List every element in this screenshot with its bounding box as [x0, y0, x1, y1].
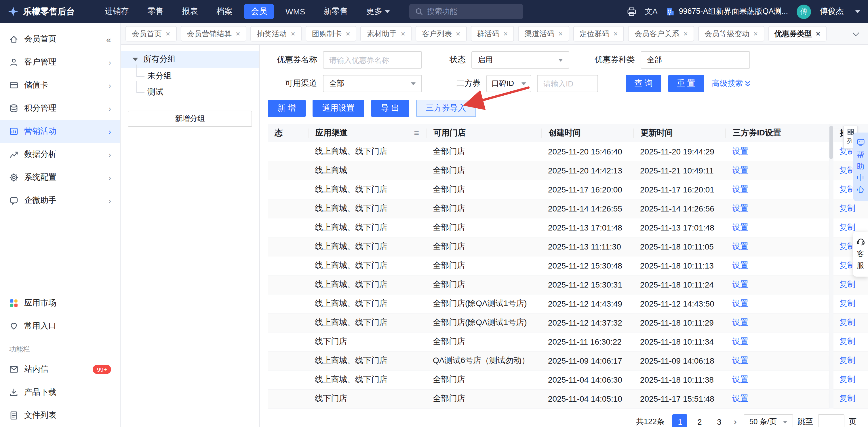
close-icon[interactable]: ×: [291, 30, 295, 37]
sidebar-item-member-home[interactable]: 会员首页 «: [0, 28, 120, 51]
set-link[interactable]: 设置: [732, 203, 748, 212]
sidebar-item-marketing[interactable]: 营销活动 ›: [0, 120, 120, 143]
column-header-updated[interactable]: 更新时间: [633, 128, 725, 137]
table-scrollbar-track[interactable]: [829, 124, 834, 408]
table-row[interactable]: 线上商城、线下门店 全部门店 2025-11-17 16:20:00 2025-…: [268, 180, 868, 199]
copy-link[interactable]: 复制: [839, 337, 855, 347]
table-row[interactable]: 线上商城 全部门店 2025-11-20 14:42:13 2025-11-21…: [268, 161, 868, 180]
page-tab[interactable]: 群活码 ×: [470, 26, 514, 41]
set-link[interactable]: 设置: [732, 394, 748, 403]
sidebar-item-points-mgmt[interactable]: 积分管理 ›: [0, 97, 120, 120]
third-party-id-field[interactable]: [544, 79, 592, 88]
table-row[interactable]: 线上商城、线下门店 全部门店 2025-11-12 15:30:31 2025-…: [268, 276, 868, 294]
table-row[interactable]: 线上商城、线下门店 全部门店 2025-11-12 15:30:48 2025-…: [268, 256, 868, 276]
table-scrollbar-thumb[interactable]: [830, 125, 833, 159]
set-link[interactable]: 设置: [732, 337, 748, 346]
close-icon[interactable]: ×: [401, 30, 405, 37]
table-row[interactable]: 线下门店 全部门店 2025-11-04 14:05:10 2025-11-17…: [268, 390, 868, 408]
sidebar-item-wecom-assistant[interactable]: 企微助手 ›: [0, 189, 120, 212]
page-tab[interactable]: 会员等级变动 ×: [698, 26, 764, 41]
table-row[interactable]: 线上商城、线下门店 QA测试6号店（测试勿动） 2025-11-09 14:06…: [268, 351, 868, 371]
page-tab[interactable]: 优惠券类型 ×: [768, 26, 827, 41]
help-center-tab[interactable]: 帮助中心: [853, 133, 868, 201]
table-row[interactable]: 线上商城、线下门店 全部门店 2025-11-04 14:06:30 2025-…: [268, 371, 868, 390]
set-link[interactable]: 设置: [732, 355, 748, 365]
sidebar-item-stored-value-card[interactable]: 储值卡 ›: [0, 74, 120, 97]
table-row[interactable]: 线上商城、线下门店 全部门店 2025-11-14 14:26:55 2025-…: [268, 199, 868, 219]
copy-link[interactable]: 复制: [839, 222, 855, 233]
set-link[interactable]: 设置: [732, 146, 748, 155]
set-link[interactable]: 设置: [732, 222, 748, 232]
table-row[interactable]: 线下门店 全部门店 2025-11-11 16:30:22 2025-11-18…: [268, 333, 868, 351]
third-party-id-input[interactable]: [537, 75, 598, 92]
sidebar-item-system-config[interactable]: 系统配置 ›: [0, 166, 120, 189]
channel-select[interactable]: 全部: [323, 75, 422, 92]
top-nav-item[interactable]: 新零售: [317, 4, 354, 19]
top-nav-item[interactable]: 更多: [359, 4, 397, 19]
store-switcher[interactable]: 99675-A组新界面果蔬版QA测...: [666, 6, 788, 17]
page-tab[interactable]: 会员营销结算 ×: [181, 26, 246, 41]
page-tab[interactable]: 素材助手 ×: [361, 26, 411, 41]
sidebar-item-app-market[interactable]: 应用市场: [0, 292, 120, 315]
sidebar-item-product-download[interactable]: 产品下载: [0, 381, 120, 404]
column-header-store[interactable]: 可用门店: [426, 128, 541, 137]
search-button[interactable]: 查 询: [626, 75, 661, 92]
advanced-search-link[interactable]: 高级搜索: [712, 78, 751, 89]
tree-node-child[interactable]: 测试: [121, 84, 259, 100]
close-icon[interactable]: ×: [236, 30, 240, 37]
close-icon[interactable]: ×: [166, 30, 170, 37]
user-menu-chevron-icon[interactable]: [855, 10, 860, 13]
sidebar-item-file-list[interactable]: 文件列表: [0, 404, 120, 427]
third-party-type-select[interactable]: 口碑ID: [486, 75, 531, 92]
third-party-import-button[interactable]: 三方券导入: [416, 100, 476, 117]
avatar[interactable]: 傅: [797, 4, 811, 19]
copy-link[interactable]: 复制: [839, 375, 855, 385]
general-settings-button[interactable]: 通用设置: [313, 100, 364, 117]
top-nav-item[interactable]: WMS: [279, 5, 312, 19]
page-number-button[interactable]: 2: [692, 414, 707, 427]
column-filter-icon[interactable]: ≡: [414, 128, 419, 137]
set-link[interactable]: 设置: [732, 317, 748, 327]
set-link[interactable]: 设置: [732, 260, 748, 270]
page-tab[interactable]: 团购制卡 ×: [306, 26, 356, 41]
page-tab[interactable]: 会员客户关系 ×: [628, 26, 694, 41]
sidebar-item-favorites[interactable]: 常用入口: [0, 315, 120, 338]
close-icon[interactable]: ×: [503, 30, 508, 37]
tree-expand-caret-icon[interactable]: [132, 58, 138, 61]
customer-service-tab[interactable]: 客服: [853, 232, 868, 277]
global-search[interactable]: 搜索功能: [409, 4, 523, 19]
page-tab[interactable]: 会员首页 ×: [125, 26, 177, 41]
sidebar-item-customer-mgmt[interactable]: 客户管理 ›: [0, 51, 120, 74]
top-nav-item[interactable]: 零售: [141, 4, 170, 19]
set-link[interactable]: 设置: [732, 241, 748, 251]
table-row[interactable]: 线上商城、线下门店 全部门店(除QA测试1号店) 2025-11-12 14:4…: [268, 294, 868, 313]
set-link[interactable]: 设置: [732, 184, 748, 194]
jump-page-input[interactable]: [818, 414, 844, 427]
page-number-button[interactable]: 1: [673, 414, 687, 427]
sidebar-item-data-analysis[interactable]: 数据分析 ›: [0, 143, 120, 166]
translate-icon[interactable]: 文A: [645, 6, 657, 17]
copy-link[interactable]: 复制: [839, 355, 855, 366]
page-number-button[interactable]: 3: [712, 414, 727, 427]
set-link[interactable]: 设置: [732, 298, 748, 308]
tab-list-dropdown[interactable]: [848, 26, 863, 41]
status-select[interactable]: 启用: [471, 51, 569, 68]
reset-button[interactable]: 重 置: [668, 75, 704, 92]
copy-link[interactable]: 复制: [839, 394, 855, 404]
close-icon[interactable]: ×: [816, 30, 820, 37]
set-link[interactable]: 设置: [732, 375, 748, 384]
close-icon[interactable]: ×: [558, 30, 563, 37]
column-header-created[interactable]: 创建时间: [541, 128, 633, 137]
set-link[interactable]: 设置: [732, 165, 748, 175]
column-header-status[interactable]: 态: [268, 128, 308, 137]
close-icon[interactable]: ×: [753, 30, 758, 37]
top-nav-item[interactable]: 会员: [244, 4, 274, 19]
table-row[interactable]: 线上商城、线下门店 全部门店 2025-11-13 17:01:48 2025-…: [268, 219, 868, 237]
close-icon[interactable]: ×: [614, 30, 618, 37]
page-size-select[interactable]: 50 条/页: [744, 414, 793, 427]
page-tab[interactable]: 定位群码 ×: [573, 26, 624, 41]
close-icon[interactable]: ×: [456, 30, 460, 37]
collapse-sidebar-icon[interactable]: «: [106, 34, 111, 44]
table-row[interactable]: 线上商城、线下门店 全部门店 2025-11-20 15:46:40 2025-…: [268, 142, 868, 161]
add-group-button[interactable]: 新增分组: [128, 111, 252, 127]
